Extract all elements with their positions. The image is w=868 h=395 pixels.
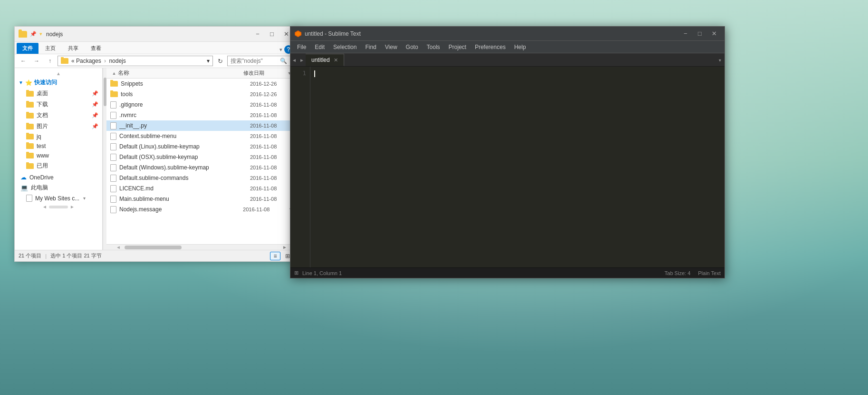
- folder-icon: [110, 81, 118, 87]
- refresh-button[interactable]: ↻: [215, 56, 225, 66]
- sidebar-item-desktop[interactable]: 桌面 📌: [15, 88, 102, 99]
- scroll-left-icon[interactable]: ◄: [116, 245, 121, 250]
- sidebar-quick-access: ▼ ⭐ 快速访问 桌面 📌 下载 📌 文档 📌: [15, 77, 102, 171]
- tab-file[interactable]: 文件: [17, 43, 39, 54]
- quick-access-text: 快速访问: [34, 79, 57, 87]
- view-list-button[interactable]: ≡: [270, 252, 280, 260]
- file-row-osx-keymap[interactable]: Default (OSX).sublime-keymap 2016-11-08: [106, 152, 297, 162]
- file-name: Default (Windows).sublime-keymap: [119, 164, 247, 171]
- sidebar-item-label: 文档: [37, 111, 48, 119]
- sublime-maximize-button[interactable]: □: [693, 29, 706, 39]
- file-date: 2016-11-08: [250, 112, 293, 118]
- search-input[interactable]: [231, 58, 278, 64]
- column-name[interactable]: 名称: [118, 69, 243, 77]
- sidebar-item-www[interactable]: www: [15, 151, 102, 160]
- horizontal-scrollbar: ◄ ►: [106, 244, 297, 250]
- title-pin-icon: 📌: [30, 31, 37, 37]
- path-part-nodejs: nodejs: [109, 58, 125, 64]
- file-row-licence[interactable]: LICENCE.md 2016-11-08: [106, 183, 297, 194]
- menu-project[interactable]: Project: [445, 43, 470, 51]
- file-icon: [110, 196, 116, 203]
- tab-share[interactable]: 共享: [62, 43, 84, 54]
- tab-home[interactable]: 主页: [39, 43, 61, 54]
- editor-content[interactable]: [310, 67, 724, 267]
- explorer-statusbar: 21 个项目 | 选中 1 个项目 21 字节 ≡ ⊞: [15, 250, 297, 261]
- hscroll-thumb[interactable]: [125, 246, 182, 249]
- column-date[interactable]: 修改日期: [243, 69, 286, 77]
- sidebar-item-used[interactable]: 已用: [15, 160, 102, 171]
- menu-help[interactable]: Help: [511, 43, 530, 51]
- menu-file[interactable]: File: [293, 43, 310, 51]
- sidebar-item-pictures[interactable]: 图片 📌: [15, 121, 102, 132]
- tab-dropdown[interactable]: ▾: [715, 54, 724, 66]
- this-pc-label: 此电脑: [31, 184, 48, 192]
- status-separator: |: [45, 253, 47, 259]
- scroll-right-icon[interactable]: ►: [70, 204, 75, 210]
- file-row-windows-keymap[interactable]: Default (Windows).sublime-keymap 2016-11…: [106, 162, 297, 173]
- file-row-snippets[interactable]: Snippets 2016-12-26: [106, 79, 297, 89]
- sidebar-item-label: 下载: [37, 100, 48, 109]
- tab-nav-right[interactable]: ►: [298, 54, 306, 66]
- menu-find[interactable]: Find: [361, 43, 380, 51]
- sidebar-item-jq[interactable]: jq: [15, 132, 102, 141]
- path-folder-icon: [61, 58, 68, 64]
- status-tab-size[interactable]: Tab Size: 4: [665, 270, 690, 276]
- sidebar-item-onedrive[interactable]: ☁ OneDrive: [15, 172, 102, 182]
- file-row-main-menu[interactable]: Main.sublime-menu 2016-11-08: [106, 194, 297, 204]
- file-row-context[interactable]: Context.sublime-menu 2016-11-08: [106, 131, 297, 141]
- file-row-init-py[interactable]: __init__.py 2016-11-08: [106, 120, 297, 131]
- file-icon: [110, 154, 116, 161]
- sidebar-item-documents[interactable]: 文档 📌: [15, 110, 102, 121]
- minimize-button[interactable]: −: [251, 30, 264, 39]
- file-row-linux-keymap[interactable]: Default (Linux).sublime-keymap 2016-11-0…: [106, 141, 297, 152]
- line-numbers: 1: [290, 67, 310, 267]
- file-icon: [26, 195, 32, 202]
- maximize-button[interactable]: □: [265, 30, 279, 39]
- file-row-commands[interactable]: Default.sublime-commands 2016-11-08: [106, 173, 297, 183]
- scroll-right-icon[interactable]: ►: [282, 245, 287, 250]
- status-position[interactable]: Line 1, Column 1: [302, 270, 342, 276]
- file-icon: [110, 185, 116, 192]
- menu-edit[interactable]: Edit: [311, 43, 328, 51]
- up-button[interactable]: ↑: [44, 56, 56, 66]
- tab-untitled[interactable]: untitled ✕: [306, 54, 344, 66]
- sidebar-item-this-pc[interactable]: 💻 此电脑: [15, 182, 102, 193]
- tab-label: untitled: [311, 57, 330, 63]
- tab-nav-left[interactable]: ◄: [290, 54, 298, 66]
- menu-selection[interactable]: Selection: [329, 43, 360, 51]
- status-syntax[interactable]: Plain Text: [698, 270, 721, 276]
- scroll-left-icon[interactable]: ◄: [42, 204, 47, 210]
- menu-tools[interactable]: Tools: [423, 43, 444, 51]
- ribbon: 文件 主页 共享 查看 ▾ ?: [15, 42, 297, 54]
- menu-goto[interactable]: Goto: [402, 43, 422, 51]
- file-date: 2016-11-08: [250, 144, 293, 149]
- scrollbar-thumb[interactable]: [104, 78, 106, 106]
- file-row-tools[interactable]: tools 2016-12-26: [106, 89, 297, 99]
- file-name: tools: [121, 91, 247, 98]
- search-icon[interactable]: 🔍: [280, 58, 287, 64]
- sublime-close-button[interactable]: ✕: [707, 29, 721, 39]
- sidebar-item-test[interactable]: test: [15, 141, 102, 151]
- chevron-down-icon[interactable]: ▾: [280, 47, 282, 53]
- sidebar-item-downloads[interactable]: 下载 📌: [15, 99, 102, 110]
- menu-view[interactable]: View: [381, 43, 401, 51]
- titlebar-controls: − □ ✕: [251, 30, 293, 39]
- menu-preferences[interactable]: Preferences: [471, 43, 510, 51]
- tab-close-button[interactable]: ✕: [334, 57, 338, 63]
- file-icon: [110, 175, 116, 182]
- file-row-gitignore[interactable]: .gitignore 2016-11-08: [106, 99, 297, 110]
- sublime-minimize-button[interactable]: −: [679, 29, 692, 39]
- forward-button[interactable]: →: [31, 56, 42, 66]
- file-name: LICENCE.md: [119, 185, 247, 192]
- sidebar-quick-access-header[interactable]: ▼ ⭐ 快速访问: [15, 77, 102, 88]
- sort-up-icon: ▲: [110, 71, 118, 76]
- back-button[interactable]: ←: [18, 56, 29, 66]
- file-row-nodejs-message[interactable]: Nodejs.message 2016-11-08 ▼: [106, 204, 297, 215]
- file-icon: [110, 133, 116, 140]
- folder-icon: [26, 102, 34, 108]
- file-row-nvmrc[interactable]: .nvmrc 2016-11-08: [106, 110, 297, 120]
- address-path[interactable]: « Packages › nodejs ▾: [58, 56, 213, 66]
- sidebar-item-web-sites[interactable]: My Web Sites c... ▾: [15, 193, 102, 203]
- sidebar-scroll-top: ▲: [15, 70, 102, 77]
- tab-view[interactable]: 查看: [85, 43, 107, 54]
